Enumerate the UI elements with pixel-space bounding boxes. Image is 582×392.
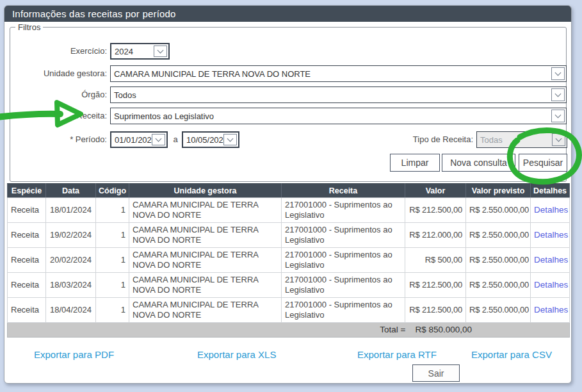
detalhes-link[interactable]: Detalhes xyxy=(534,230,568,240)
periodo-to-value: 10/05/2024 xyxy=(183,135,223,145)
header-receita: Receita xyxy=(282,184,405,198)
total-label: Total = xyxy=(380,325,405,335)
sair-button[interactable]: Sair xyxy=(412,364,460,382)
cell-codigo: 1 xyxy=(96,298,129,323)
filters-fieldset: Filtros Exercício: 2024 Unidade gestora:… xyxy=(10,27,567,182)
cell-codigo: 1 xyxy=(96,273,129,298)
cell-valor: R$ 212.000,00 xyxy=(405,223,466,248)
periodo-label: * Período: xyxy=(10,131,107,148)
chevron-down-icon xyxy=(551,88,565,101)
cell-data: 20/02/2024 xyxy=(46,248,96,273)
chevron-down-icon xyxy=(552,133,565,146)
cell-especie: Receita xyxy=(8,198,46,223)
table-row: Receita 18/03/2024 1 CAMARA MUNICIPAL DE… xyxy=(8,273,570,298)
exercicio-select[interactable]: 2024 xyxy=(110,43,170,60)
cell-receita: 217001000 - Suprimentos ao Legislativo xyxy=(282,248,405,273)
cell-valor-previsto: R$ 2.550.000,00 xyxy=(466,223,531,248)
unidade-gestora-label: Unidade gestora: xyxy=(10,65,107,82)
cell-unidade-gestora: CAMARA MUNICIPAL DE TERRA NOVA DO NORTE xyxy=(129,223,282,248)
cell-receita: 217001000 - Suprimentos ao Legislativo xyxy=(282,273,405,298)
unidade-gestora-select[interactable]: CAMARA MUNICIPAL DE TERRA NOVA DO NORTE xyxy=(110,65,567,82)
cell-especie: Receita xyxy=(8,273,46,298)
cell-receita: 217001000 - Suprimentos ao Legislativo xyxy=(282,223,405,248)
periodo-from-select[interactable]: 01/01/2024 xyxy=(110,131,168,148)
header-valor: Valor xyxy=(405,184,466,198)
chevron-down-icon xyxy=(551,110,565,122)
cell-valor-previsto: R$ 2.550.000,00 xyxy=(466,298,531,323)
cell-unidade-gestora: CAMARA MUNICIPAL DE TERRA NOVA DO NORTE xyxy=(129,298,282,323)
table-header-row: Espécie Data Código Unidade gestora Rece… xyxy=(8,184,570,198)
table-row: Receita 19/02/2024 1 CAMARA MUNICIPAL DE… xyxy=(8,223,570,248)
tipo-receita-value: Todas xyxy=(477,135,552,145)
cell-especie: Receita xyxy=(8,298,46,323)
export-rtf-link[interactable]: Exportar para RTF xyxy=(357,349,437,360)
periodo-from-value: 01/01/2024 xyxy=(111,135,152,145)
receita-select[interactable]: Suprimentos ao Legislativo xyxy=(110,108,567,124)
table-row: Receita 18/01/2024 1 CAMARA MUNICIPAL DE… xyxy=(8,198,570,223)
cell-valor: R$ 212.500,00 xyxy=(405,198,466,223)
receita-label: Receita: xyxy=(10,108,107,124)
cell-especie: Receita xyxy=(8,223,46,248)
cell-valor-previsto: R$ 2.550.000,00 xyxy=(466,198,531,223)
detalhes-link[interactable]: Detalhes xyxy=(534,205,568,215)
results-table: Espécie Data Código Unidade gestora Rece… xyxy=(7,183,570,338)
exercicio-label: Exercício: xyxy=(10,43,107,60)
tipo-receita-select: Todas xyxy=(476,131,567,148)
main-window: Informações das receitas por período Fil… xyxy=(4,5,572,384)
detalhes-link[interactable]: Detalhes xyxy=(534,280,568,290)
unidade-gestora-value: CAMARA MUNICIPAL DE TERRA NOVA DO NORTE xyxy=(111,69,551,79)
cell-especie: Receita xyxy=(8,248,46,273)
orgao-select[interactable]: Todos xyxy=(110,86,567,103)
cell-data: 18/01/2024 xyxy=(46,198,96,223)
export-xls-link[interactable]: Exportar para XLS xyxy=(197,349,276,360)
total-value: R$ 850.000,00 xyxy=(415,325,472,335)
chevron-down-icon xyxy=(152,134,165,145)
cell-codigo: 1 xyxy=(96,198,129,223)
cell-receita: 217001000 - Suprimentos ao Legislativo xyxy=(282,298,405,323)
periodo-separator: a xyxy=(170,131,181,148)
detalhes-link[interactable]: Detalhes xyxy=(534,255,568,265)
limpar-button[interactable]: Limpar xyxy=(390,154,440,172)
detalhes-link[interactable]: Detalhes xyxy=(534,305,568,314)
cell-data: 18/04/2024 xyxy=(46,298,96,323)
nova-consulta-button[interactable]: Nova consulta xyxy=(442,154,515,172)
exercicio-value: 2024 xyxy=(111,47,154,56)
cell-receita: 217001000 - Suprimentos ao Legislativo xyxy=(282,198,405,223)
cell-valor: R$ 500,00 xyxy=(405,248,466,273)
receita-value: Suprimentos ao Legislativo xyxy=(111,111,551,121)
cell-valor: R$ 212.500,00 xyxy=(405,298,466,323)
table-row: Receita 18/04/2024 1 CAMARA MUNICIPAL DE… xyxy=(8,298,570,323)
export-pdf-link[interactable]: Exportar para PDF xyxy=(34,349,114,360)
cell-unidade-gestora: CAMARA MUNICIPAL DE TERRA NOVA DO NORTE xyxy=(129,198,282,223)
header-especie: Espécie xyxy=(8,184,46,198)
cell-valor: R$ 212.500,00 xyxy=(405,273,466,298)
cell-unidade-gestora: CAMARA MUNICIPAL DE TERRA NOVA DO NORTE xyxy=(129,273,282,298)
cell-data: 19/02/2024 xyxy=(46,223,96,248)
chevron-down-icon xyxy=(154,45,167,57)
filters-legend: Filtros xyxy=(15,22,43,32)
periodo-to-select[interactable]: 10/05/2024 xyxy=(182,131,239,148)
total-row: Total = R$ 850.000,00 xyxy=(8,323,570,338)
cell-codigo: 1 xyxy=(96,223,129,248)
orgao-value: Todos xyxy=(111,90,551,100)
header-valor-previsto: Valor previsto xyxy=(466,184,531,198)
chevron-down-icon xyxy=(551,67,565,80)
cell-codigo: 1 xyxy=(96,248,129,273)
pesquisar-button[interactable]: Pesquisar xyxy=(519,154,567,172)
cell-data: 18/03/2024 xyxy=(46,273,96,298)
cell-valor-previsto: R$ 2.550.000,00 xyxy=(466,248,531,273)
header-unidade-gestora: Unidade gestora xyxy=(129,184,282,198)
orgao-label: Órgão: xyxy=(10,86,107,103)
window-title: Informações das receitas por período xyxy=(4,6,571,22)
header-codigo: Código xyxy=(96,184,129,198)
header-detalhes: Detalhes xyxy=(531,184,570,198)
tipo-receita-label: Tipo de Receita: xyxy=(369,131,473,148)
chevron-down-icon xyxy=(223,134,237,145)
export-csv-link[interactable]: Exportar para CSV xyxy=(471,349,552,360)
header-data: Data xyxy=(46,184,96,198)
table-row: Receita 20/02/2024 1 CAMARA MUNICIPAL DE… xyxy=(8,248,570,273)
cell-valor-previsto: R$ 2.550.000,00 xyxy=(466,273,531,298)
cell-unidade-gestora: CAMARA MUNICIPAL DE TERRA NOVA DO NORTE xyxy=(129,248,282,273)
